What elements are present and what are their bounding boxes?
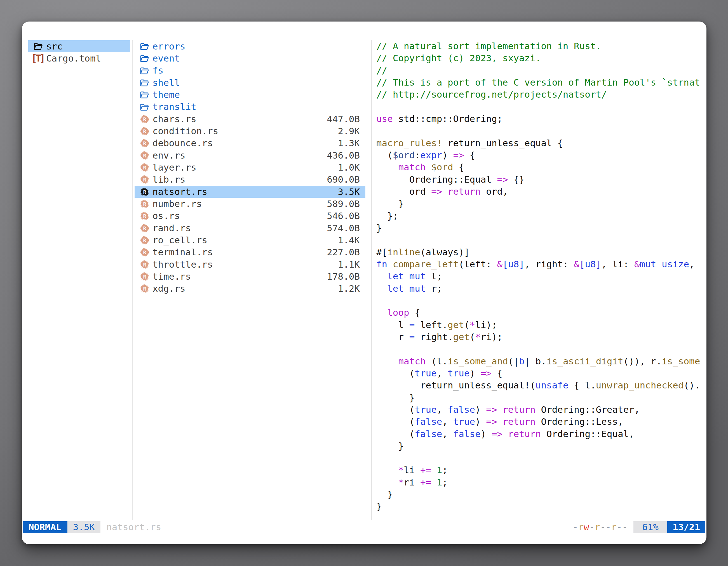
file-size: 589.0B bbox=[327, 199, 360, 209]
code-line: ord => return ord, bbox=[376, 186, 706, 198]
file-name: lib.rs bbox=[152, 174, 185, 185]
svg-text:R: R bbox=[143, 237, 146, 243]
folder-row-errors[interactable]: errors bbox=[135, 40, 365, 52]
code-line: *li += 1; bbox=[376, 464, 706, 476]
code-line: } bbox=[376, 488, 706, 501]
code-line: } bbox=[376, 222, 706, 234]
file-row-xdg.rs[interactable]: Rxdg.rs1.2K bbox=[135, 283, 365, 295]
file-row-natsort.rs[interactable]: Rnatsort.rs3.5K bbox=[135, 186, 365, 198]
file-row-ro_cell.rs[interactable]: Rro_cell.rs1.4K bbox=[135, 234, 365, 246]
file-name: src bbox=[46, 41, 63, 52]
code-line bbox=[376, 125, 706, 137]
folder-row-fs[interactable]: fs bbox=[135, 65, 365, 77]
file-name: os.rs bbox=[152, 211, 180, 221]
svg-text:R: R bbox=[143, 250, 146, 255]
code-line: loop { bbox=[376, 307, 706, 319]
rust-file-icon: R bbox=[140, 224, 149, 233]
file-name: chars.rs bbox=[152, 114, 196, 125]
code-line: return_unless_equal!(unsafe { l.unwrap_u… bbox=[376, 379, 706, 391]
rust-file-icon: R bbox=[140, 187, 149, 196]
svg-text:R: R bbox=[143, 152, 146, 158]
code-line: (true, true) => { bbox=[376, 367, 706, 379]
rust-file-icon: R bbox=[140, 284, 149, 293]
file-row-number.rs[interactable]: Rnumber.rs589.0B bbox=[135, 198, 365, 210]
mode-badge: NORMAL bbox=[23, 521, 67, 533]
code-line: // This is a port of the C version of Ma… bbox=[376, 77, 706, 89]
file-name: shell bbox=[152, 78, 180, 88]
code-line: // Copyright (c) 2023, sxyazi. bbox=[376, 52, 706, 64]
code-line: // http://sourcefrog.net/projects/natsor… bbox=[376, 89, 706, 101]
file-size: 546.0B bbox=[327, 211, 360, 221]
file-name: condition.rs bbox=[152, 126, 218, 137]
rust-file-icon: R bbox=[140, 115, 149, 124]
code-line: (false, false) => return Ordering::Equal… bbox=[376, 428, 706, 440]
open-folder-icon bbox=[140, 54, 149, 62]
file-row-rand.rs[interactable]: Rrand.rs574.0B bbox=[135, 222, 365, 234]
code-line: // A natural sort implementation in Rust… bbox=[376, 40, 706, 52]
code-line: } bbox=[376, 198, 706, 210]
file-row-lib.rs[interactable]: Rlib.rs690.0B bbox=[135, 174, 365, 186]
code-line: (false, true) => return Ordering::Less, bbox=[376, 416, 706, 428]
code-line: match $ord { bbox=[376, 161, 706, 173]
current-pane: errors event fs shell theme translit Rch… bbox=[135, 40, 365, 295]
file-size: 3.5K bbox=[338, 187, 360, 197]
code-line bbox=[376, 343, 706, 355]
svg-text:R: R bbox=[143, 177, 146, 183]
code-line: // bbox=[376, 65, 706, 77]
file-size: 436.0B bbox=[327, 150, 360, 161]
file-name: time.rs bbox=[152, 271, 191, 282]
rust-file-icon: R bbox=[140, 236, 149, 245]
open-folder-icon bbox=[140, 67, 149, 75]
file-name: errors bbox=[152, 41, 185, 52]
file-row-throttle.rs[interactable]: Rthrottle.rs1.1K bbox=[135, 259, 365, 271]
rust-file-icon: R bbox=[140, 248, 149, 257]
code-line: macro_rules! return_unless_equal { bbox=[376, 137, 706, 149]
rust-file-icon: R bbox=[140, 151, 149, 160]
file-size: 1.2K bbox=[338, 283, 360, 294]
code-line: let mut l; bbox=[376, 271, 706, 283]
file-row-layer.rs[interactable]: Rlayer.rs1.0K bbox=[135, 161, 365, 173]
svg-text:R: R bbox=[143, 116, 146, 122]
file-row-terminal.rs[interactable]: Rterminal.rs227.0B bbox=[135, 247, 365, 259]
file-name: env.rs bbox=[152, 150, 185, 161]
file-size: 1.1K bbox=[338, 259, 360, 270]
file-name: ro_cell.rs bbox=[152, 235, 207, 246]
folder-row-translit[interactable]: translit bbox=[135, 101, 365, 113]
folder-row-theme[interactable]: theme bbox=[135, 89, 365, 101]
code-line: } bbox=[376, 440, 706, 452]
rust-file-icon: R bbox=[140, 260, 149, 269]
code-line: Ordering::Equal => {} bbox=[376, 174, 706, 186]
file-row-env.rs[interactable]: Renv.rs436.0B bbox=[135, 149, 365, 161]
file-row-debounce.rs[interactable]: Rdebounce.rs1.3K bbox=[135, 137, 365, 149]
folder-row-event[interactable]: event bbox=[135, 52, 365, 64]
code-line: match (l.is_some_and(|b| b.is_ascii_digi… bbox=[376, 355, 706, 367]
file-size: 1.4K bbox=[338, 235, 360, 246]
file-row-condition.rs[interactable]: Rcondition.rs2.9K bbox=[135, 125, 365, 137]
folder-row-shell[interactable]: shell bbox=[135, 77, 365, 89]
code-line: l = left.get(*li); bbox=[376, 319, 706, 331]
open-folder-icon bbox=[140, 91, 149, 99]
file-row-Cargo.toml[interactable]: [T]Cargo.toml bbox=[28, 52, 130, 64]
code-line: let mut r; bbox=[376, 283, 706, 295]
code-line bbox=[376, 101, 706, 113]
rust-file-icon: R bbox=[140, 163, 149, 172]
file-row-time.rs[interactable]: Rtime.rs178.0B bbox=[135, 271, 365, 283]
folder-row-src[interactable]: src bbox=[28, 40, 130, 52]
file-size: 227.0B bbox=[327, 247, 360, 258]
svg-text:R: R bbox=[143, 201, 146, 207]
code-line: } bbox=[376, 392, 706, 404]
svg-text:R: R bbox=[143, 286, 146, 292]
file-name: natsort.rs bbox=[152, 187, 207, 197]
pane-separator-right bbox=[371, 40, 372, 520]
code-line bbox=[376, 295, 706, 307]
pane-separator-left bbox=[132, 40, 133, 520]
file-name: terminal.rs bbox=[152, 247, 213, 258]
file-row-chars.rs[interactable]: Rchars.rs447.0B bbox=[135, 113, 365, 125]
selected-file-size: 3.5K bbox=[67, 521, 100, 533]
file-size: 1.0K bbox=[338, 162, 360, 173]
file-name: layer.rs bbox=[152, 162, 196, 173]
rust-file-icon: R bbox=[140, 272, 149, 281]
open-folder-icon bbox=[140, 79, 149, 87]
file-row-os.rs[interactable]: Ros.rs546.0B bbox=[135, 210, 365, 222]
open-folder-icon bbox=[140, 103, 149, 111]
